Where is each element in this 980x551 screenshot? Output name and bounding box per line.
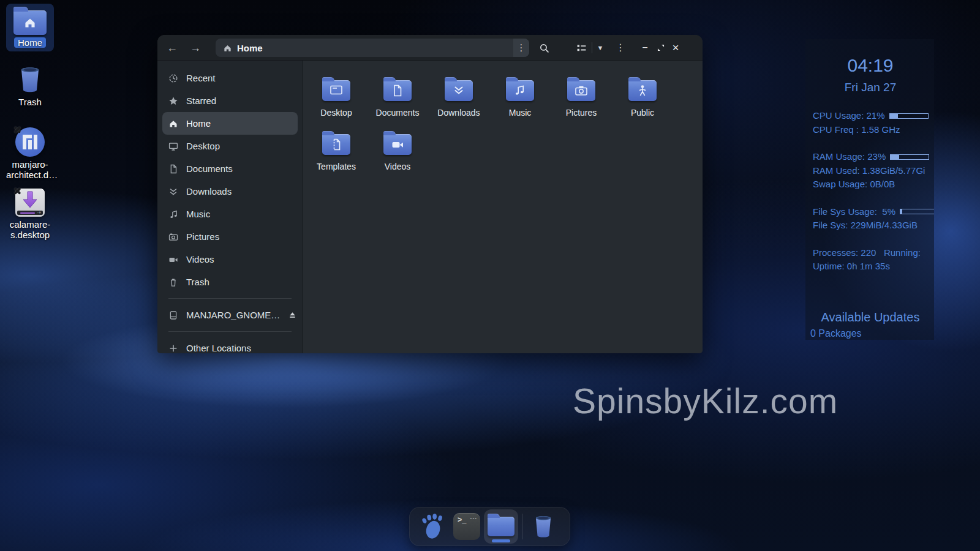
home-icon: [168, 119, 178, 129]
file-music[interactable]: Music: [491, 77, 549, 118]
manjaro-logo-icon: [15, 127, 45, 157]
file-documents[interactable]: Documents: [368, 77, 427, 118]
fs-size-text: File Sys: 229MiB/4.33GiB: [813, 219, 928, 233]
sidebar-item-label: Trash: [186, 277, 209, 287]
back-button[interactable]: ←: [164, 39, 181, 56]
file-videos[interactable]: Videos: [368, 130, 427, 172]
cpu-section: CPU Usage: 21% CPU Freq : 1.58 GHz: [813, 109, 928, 137]
camera-emblem-icon: [574, 84, 589, 97]
sidebar-item-label: Recent: [186, 73, 216, 83]
process-section: Processes: 220 Running: Uptime: 0h 1m 35…: [813, 246, 928, 274]
sidebar-item-label: MANJARO_GNOME…: [186, 310, 280, 320]
files-app-icon: [488, 517, 514, 536]
minimize-icon: −: [642, 39, 647, 56]
file-pictures[interactable]: Pictures: [552, 77, 611, 118]
file-label: Downloads: [437, 107, 480, 118]
dock: ••• >_: [409, 507, 570, 546]
list-view-icon: [576, 43, 587, 53]
file-desktop[interactable]: Desktop: [307, 77, 366, 118]
dock-item-files[interactable]: [484, 509, 518, 544]
terminal-window-dots: •••: [470, 515, 477, 521]
minimize-button[interactable]: −: [636, 39, 654, 56]
sidebar-item-label: Music: [186, 209, 210, 219]
sidebar-item-recent[interactable]: Recent: [162, 67, 298, 89]
ram-section: RAM Usage: 23% RAM Used: 1.38GiB/5.77Gi …: [813, 150, 928, 192]
swap-usage-text: Swap Usage: 0B/0B: [813, 178, 928, 192]
current-location: Home: [237, 43, 263, 53]
sidebar-item-label: Pictures: [186, 231, 219, 242]
desktop-icon-home[interactable]: Home: [6, 4, 54, 51]
restore-icon: [657, 43, 665, 52]
monitor-icon: [168, 141, 178, 151]
sidebar-item-starred[interactable]: Starred: [162, 89, 298, 112]
template-document-emblem-icon: [329, 138, 344, 151]
close-button[interactable]: ×: [667, 39, 684, 56]
dock-item-gnome[interactable]: [415, 509, 450, 544]
path-bar[interactable]: Home ⋮: [216, 39, 529, 57]
trash-icon: [168, 277, 178, 287]
view-toggle-button[interactable]: [573, 39, 590, 56]
desktop-icon-manjaro-architect[interactable]: manjaro- architect.d…: [6, 127, 54, 180]
sidebar-item-downloads[interactable]: Downloads: [162, 180, 298, 203]
file-label: Music: [509, 107, 532, 118]
back-arrow-icon: ←: [167, 39, 178, 56]
document-icon: [168, 164, 178, 174]
filesystem-section: File Sys Usage: 5% File Sys: 229MiB/4.33…: [813, 205, 928, 233]
sidebar-item-pictures[interactable]: Pictures: [162, 225, 298, 248]
sidebar: Recent Starred Home Desktop: [157, 61, 303, 353]
calamares-installer-icon: ∙+: [15, 189, 45, 217]
eject-icon[interactable]: [288, 310, 297, 320]
desktop-icon-trash[interactable]: Trash: [6, 65, 54, 107]
file-label: Desktop: [320, 107, 352, 118]
window-menu-button[interactable]: ⋮: [612, 39, 629, 56]
sidebar-item-label: Home: [186, 118, 211, 129]
watermark: SpinsbyKilz.com: [573, 381, 838, 421]
chevrons-down-icon: [168, 187, 178, 197]
search-icon: [539, 43, 549, 53]
desktop-icon-label: s.desktop: [6, 230, 54, 240]
sidebar-item-videos[interactable]: Videos: [162, 248, 298, 271]
forward-button[interactable]: →: [187, 39, 204, 56]
drive-icon: [168, 310, 178, 320]
sidebar-item-music[interactable]: Music: [162, 203, 298, 225]
view-options-button[interactable]: ▼: [593, 39, 608, 56]
chevrons-down-emblem-icon: [451, 84, 466, 97]
home-emblem-icon: [23, 16, 37, 29]
dock-item-terminal[interactable]: ••• >_: [450, 509, 484, 544]
device-band: ∙+: [17, 211, 43, 215]
forward-arrow-icon: →: [190, 39, 201, 56]
sidebar-item-desktop[interactable]: Desktop: [162, 135, 298, 157]
vertical-ellipsis-icon: ⋮: [616, 39, 625, 56]
path-menu-button[interactable]: ⋮: [513, 39, 529, 57]
folder-icon: [506, 80, 534, 101]
file-templates[interactable]: Templates: [307, 130, 366, 172]
clock-icon: [168, 73, 178, 83]
folder-icon: [322, 134, 350, 155]
terminal-prompt: >_: [458, 516, 466, 525]
folder-icon: [383, 134, 412, 155]
search-button[interactable]: [535, 39, 552, 56]
file-label: Pictures: [566, 107, 597, 118]
sidebar-item-volume[interactable]: MANJARO_GNOME…: [162, 304, 298, 326]
sidebar-item-trash[interactable]: Trash: [162, 271, 298, 293]
sidebar-separator: [168, 331, 292, 332]
sidebar-item-other-locations[interactable]: Other Locations: [162, 337, 298, 353]
document-emblem-icon: [390, 84, 405, 97]
file-public[interactable]: Public: [613, 77, 672, 118]
file-view[interactable]: Desktop Documents: [303, 61, 703, 353]
camera-icon: [168, 232, 178, 242]
divider: [592, 42, 592, 53]
sidebar-item-home[interactable]: Home: [162, 112, 298, 135]
desktop-icon-label: Home: [14, 37, 46, 48]
star-icon: [168, 96, 178, 106]
fs-usage-text: File Sys Usage: 5%: [813, 205, 895, 219]
trash-bucket-icon: [16, 65, 44, 94]
ram-used-text: RAM Used: 1.38GiB/5.77Gi: [813, 164, 928, 178]
file-downloads[interactable]: Downloads: [429, 77, 488, 118]
clock-time: 04:19: [813, 55, 928, 76]
file-grid: Desktop Documents: [307, 77, 703, 172]
desktop-icon-calamares[interactable]: ∙+ calamare- s.desktop: [6, 189, 54, 240]
sidebar-item-documents[interactable]: Documents: [162, 157, 298, 180]
window-body: Recent Starred Home Desktop: [157, 61, 703, 353]
dock-item-trash[interactable]: [526, 509, 560, 544]
